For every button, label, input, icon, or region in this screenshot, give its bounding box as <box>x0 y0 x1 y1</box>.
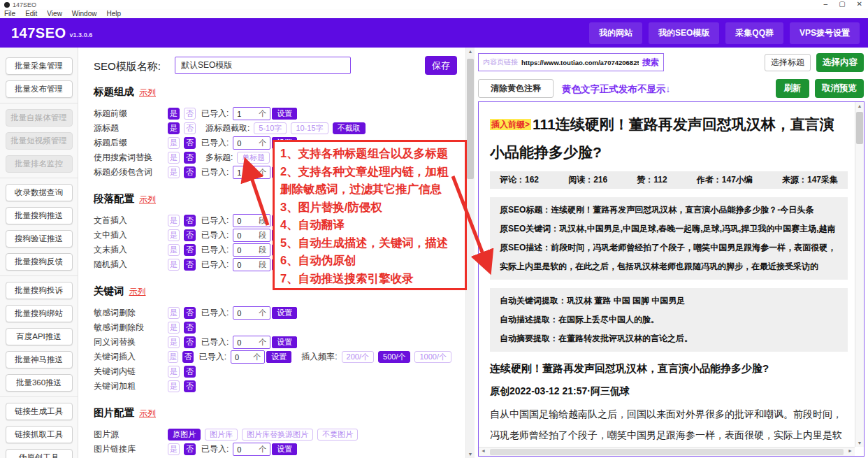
menu-item-file[interactable]: File <box>4 10 15 17</box>
toggle-no[interactable]: 否 <box>184 229 196 241</box>
imported-count-input[interactable]: 0段 <box>233 214 270 227</box>
toggle-no[interactable]: 否 <box>184 152 196 164</box>
toggle-yes[interactable]: 是 <box>168 351 178 363</box>
select-title-button[interactable]: 选择标题 <box>765 54 811 71</box>
section-example-link[interactable]: 示列 <box>129 287 146 296</box>
settings-button[interactable]: 设置 <box>272 336 297 348</box>
close-icon[interactable]: ✕ <box>857 0 862 8</box>
imported-count-input[interactable]: 1个 <box>233 166 270 179</box>
scrollbar-thumb[interactable] <box>856 112 863 144</box>
imported-count-input[interactable]: 0段 <box>233 229 270 242</box>
option-chip[interactable]: 1000/个 <box>414 351 451 363</box>
cancel-preview-button[interactable]: 取消预览 <box>815 79 864 98</box>
toggle-yes[interactable]: 是 <box>168 259 180 271</box>
toggle-no[interactable]: 否 <box>184 215 196 227</box>
toggle-no[interactable]: 否 <box>184 137 196 149</box>
scrollbar-thumb[interactable] <box>467 59 474 179</box>
option-chip[interactable]: 200/个 <box>342 351 374 363</box>
sidebar-item-index-data-query[interactable]: 收录数据查询 <box>6 184 73 201</box>
toggle-yes[interactable]: 是 <box>168 307 180 319</box>
nav-vps-dial-settings[interactable]: VPS拨号设置 <box>790 22 860 44</box>
section-example-link[interactable]: 示列 <box>139 87 156 97</box>
imported-count-input[interactable]: 0个 <box>233 136 270 150</box>
toggle-yes[interactable]: 是 <box>168 122 180 134</box>
nav-collect-qq-group[interactable]: 采集QQ群 <box>725 22 783 44</box>
section-example-link[interactable]: 示列 <box>139 408 156 418</box>
option-chip[interactable]: 不截取 <box>333 122 366 134</box>
scroll-down-icon[interactable]: ▼ <box>855 441 864 445</box>
imported-count-input[interactable]: 0段 <box>233 243 270 257</box>
imported-count-input[interactable]: 0个 <box>233 336 270 349</box>
toggle-no[interactable]: 否 <box>184 380 196 392</box>
settings-button[interactable]: 设置 <box>266 351 291 363</box>
toggle-no[interactable]: 否 <box>182 351 193 363</box>
option-chip[interactable]: 500/个 <box>378 351 410 363</box>
sidebar-item-batch-sogou-feedback[interactable]: 批量搜狗反馈 <box>6 253 73 271</box>
sidebar-item-batch-sogou-bind-site[interactable]: 批量搜狗绑站 <box>6 305 73 322</box>
scroll-up-icon[interactable]: ▲ <box>855 103 864 108</box>
option-chip[interactable]: 图片库替换源图片 <box>242 429 313 441</box>
toggle-yes[interactable]: 是 <box>168 322 180 334</box>
menu-item-view[interactable]: View <box>47 10 62 17</box>
sidebar-item-sogou-verify-push[interactable]: 搜狗验证推送 <box>6 230 73 248</box>
preview-horizontal-scrollbar[interactable]: ◄ ► <box>479 447 855 456</box>
scroll-left-icon[interactable]: ◄ <box>481 448 486 453</box>
imported-count-input[interactable]: 0段 <box>233 258 270 271</box>
toggle-yes[interactable]: 是 <box>168 244 180 256</box>
toggle-yes[interactable]: 是 <box>168 108 180 120</box>
toggle-yes[interactable]: 是 <box>168 443 180 455</box>
content-url-value[interactable]: https://www.toutiao.com/a707420682536052… <box>521 59 639 66</box>
menu-item-edit[interactable]: Edit <box>25 10 37 17</box>
select-content-button[interactable]: 选择内容 <box>816 53 864 72</box>
scroll-up-icon[interactable]: ▲ <box>466 49 475 54</box>
option-chip[interactable]: 不要图片 <box>317 429 358 441</box>
template-name-input[interactable] <box>175 57 351 74</box>
toggle-no[interactable]: 否 <box>184 108 196 120</box>
sidebar-item-batch-sogou-complaint[interactable]: 批量搜狗投诉 <box>6 282 73 299</box>
toggle-no[interactable]: 否 <box>184 336 196 348</box>
nav-my-seo-template[interactable]: 我的SEO模版 <box>649 22 719 44</box>
imported-count-input[interactable]: 0个 <box>233 443 270 456</box>
toggle-yes[interactable]: 是 <box>168 152 180 164</box>
clear-yellow-notes-button[interactable]: 清除黄色注释 <box>478 79 554 98</box>
menu-item-window[interactable]: Window <box>72 10 97 17</box>
menu-item-help[interactable]: Help <box>106 10 121 17</box>
toggle-no[interactable]: 否 <box>184 166 196 178</box>
settings-button[interactable]: 设置 <box>272 443 297 455</box>
option-chip[interactable]: 单标题 <box>237 152 270 164</box>
toggle-yes[interactable]: 是 <box>168 166 180 178</box>
sidebar-item-batch-shenma-push[interactable]: 批量神马推送 <box>6 351 73 368</box>
toggle-yes[interactable]: 是 <box>168 336 180 348</box>
option-chip[interactable]: 10-15字 <box>291 122 328 134</box>
toggle-yes[interactable]: 是 <box>168 366 180 378</box>
preview-vertical-scrollbar[interactable]: ▲ ▼ <box>855 102 864 447</box>
option-chip[interactable]: 图片库 <box>205 429 238 441</box>
imported-count-input[interactable]: 1个 <box>233 107 270 120</box>
toggle-no[interactable]: 否 <box>184 122 196 134</box>
content-url-box[interactable]: 内容页链接 https://www.toutiao.com/a707420682… <box>478 53 664 71</box>
minimize-icon[interactable]: – <box>824 0 828 8</box>
scroll-down-icon[interactable]: ▼ <box>466 452 475 457</box>
nav-my-website[interactable]: 我的网站 <box>589 22 642 44</box>
toggle-yes[interactable]: 是 <box>168 229 180 241</box>
refresh-button[interactable]: 刷新 <box>776 79 809 98</box>
section-example-link[interactable]: 示列 <box>139 194 156 204</box>
maximize-icon[interactable]: ▢ <box>839 0 845 8</box>
option-chip[interactable]: 5-10字 <box>254 122 287 134</box>
toggle-no[interactable]: 否 <box>184 322 196 334</box>
sidebar-item-link-generate-tool[interactable]: 链接生成工具 <box>6 403 73 420</box>
toggle-no[interactable]: 否 <box>184 244 196 256</box>
toggle-no[interactable]: 否 <box>184 259 196 271</box>
save-button[interactable]: 保存 <box>425 56 457 75</box>
sidebar-item-batch-360-push[interactable]: 批量360推送 <box>6 374 73 392</box>
toggle-no[interactable]: 否 <box>184 443 196 455</box>
toggle-yes[interactable]: 是 <box>168 215 180 227</box>
imported-count-input[interactable]: 0个 <box>233 306 270 320</box>
sidebar-item-batch-collect-management[interactable]: 批量采集管理 <box>6 57 73 75</box>
sidebar-item-baidu-api-push[interactable]: 百度API推送 <box>6 328 73 345</box>
settings-button[interactable]: 设置 <box>272 307 297 319</box>
option-chip[interactable]: 原图片 <box>168 429 201 441</box>
toggle-yes[interactable]: 是 <box>168 137 180 149</box>
sidebar-item-link-grab-tool[interactable]: 链接抓取工具 <box>6 426 73 443</box>
toggle-no[interactable]: 否 <box>184 366 196 378</box>
